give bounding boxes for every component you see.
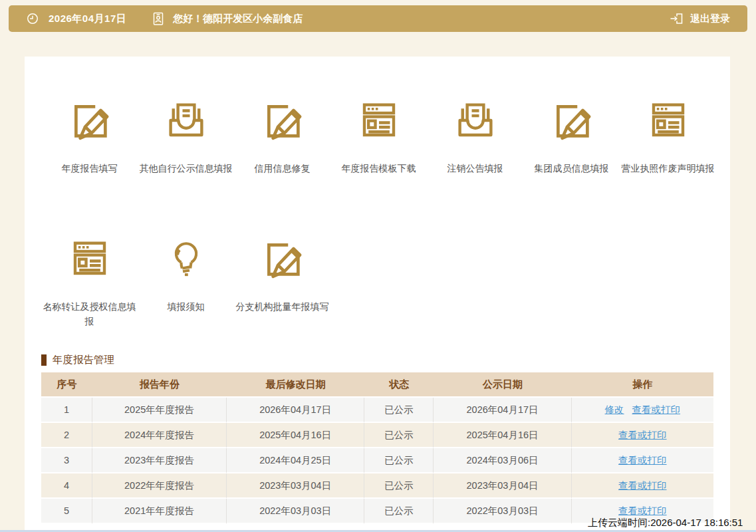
menu-item-template-download[interactable]: 年度报告模板下载	[330, 98, 427, 176]
webpage-icon	[356, 98, 402, 142]
annual-report-table-wrap: 序号 报告年份 最后修改日期 状态 公示日期 操作 1 2025年年度报告 20…	[41, 372, 713, 524]
cell-actions: 查看或打印	[572, 423, 713, 448]
cell-actions: 查看或打印	[572, 473, 713, 499]
table-row: 4 2022年年度报告 2023年03月04日 已公示 2023年03月04日 …	[41, 473, 713, 499]
cell-status: 已公示	[364, 499, 434, 524]
menu-item-label: 名称转让及授权信息填报	[41, 299, 138, 329]
cell-actions: 查看或打印	[572, 448, 713, 473]
section-header: 年度报告管理	[41, 354, 730, 366]
menu-item-label: 分支机构批量年报填写	[234, 299, 330, 314]
menu-item-label: 注销公告填报	[427, 161, 523, 176]
header-year: 报告年份	[92, 372, 227, 398]
menu-item-filing-instructions[interactable]: 填报须知	[138, 237, 234, 329]
modify-link[interactable]: 修改	[605, 404, 624, 415]
cell-modified: 2022年03月03日	[227, 499, 364, 524]
table-row: 2 2024年年度报告 2025年04月16日 已公示 2025年04月16日 …	[41, 423, 713, 448]
menu-item-cancellation-notice[interactable]: 注销公告填报	[427, 98, 523, 176]
table-row: 3 2023年年度报告 2024年04月25日 已公示 2024年03月06日 …	[41, 448, 713, 473]
cell-published: 2024年03月06日	[434, 448, 571, 473]
menu-item-label: 营业执照作废声明填报	[620, 161, 716, 176]
header-status: 状态	[364, 372, 434, 398]
exit-icon	[668, 11, 684, 27]
id-badge-icon	[150, 11, 166, 27]
table-header-row: 序号 报告年份 最后修改日期 状态 公示日期 操作	[41, 372, 713, 398]
cell-status: 已公示	[364, 448, 434, 473]
cell-status: 已公示	[364, 398, 434, 423]
cell-modified: 2024年04月25日	[227, 448, 364, 473]
cell-status: 已公示	[364, 473, 434, 499]
view-print-link[interactable]: 查看或打印	[618, 480, 667, 491]
webpage-icon	[646, 98, 691, 142]
cell-no: 1	[41, 398, 92, 423]
header-actions: 操作	[572, 372, 713, 398]
menu-item-other-public-info[interactable]: 其他自行公示信息填报	[138, 98, 234, 176]
menu-item-label: 其他自行公示信息填报	[138, 161, 234, 176]
menu-row-2: 名称转让及授权信息填报 填报须知 分支机构批量年报填写	[25, 237, 730, 329]
menu-item-annual-report-fill[interactable]: 年度报告填写	[41, 98, 138, 176]
inbox-icon	[453, 98, 498, 142]
webpage-icon	[67, 237, 112, 281]
menu-row-1: 年度报告填写 其他自行公示信息填报 信用信息修复 年度报告模板下载 注销公告填报…	[25, 98, 730, 176]
menu-item-license-void-declaration[interactable]: 营业执照作废声明填报	[620, 98, 716, 176]
menu-item-credit-repair[interactable]: 信用信息修复	[234, 98, 330, 176]
cell-year: 2025年年度报告	[92, 398, 227, 423]
menu-item-label: 信用信息修复	[234, 161, 330, 176]
cell-published: 2022年03月03日	[434, 499, 571, 524]
section-marker	[41, 354, 47, 366]
upload-timestamp-watermark: 上传云端时间:2026-04-17 18:16:51	[588, 517, 743, 529]
cell-published: 2023年03月04日	[434, 473, 571, 499]
topbar: 2026年04月17日 您好！德阳开发区小余副食店 退出登录	[9, 5, 747, 32]
menu-item-label: 年度报告模板下载	[330, 161, 427, 176]
annual-report-table: 序号 报告年份 最后修改日期 状态 公示日期 操作 1 2025年年度报告 20…	[41, 372, 713, 524]
menu-item-label: 年度报告填写	[41, 161, 138, 176]
table-row: 1 2025年年度报告 2026年04月17日 已公示 2026年04月17日 …	[41, 398, 713, 423]
menu-item-branch-batch-report[interactable]: 分支机构批量年报填写	[234, 237, 330, 329]
section-title: 年度报告管理	[53, 353, 114, 367]
cell-no: 3	[41, 448, 92, 473]
cell-modified: 2025年04月16日	[227, 423, 364, 448]
current-date: 2026年04月17日	[49, 13, 126, 25]
cell-published: 2026年04月17日	[434, 398, 571, 423]
view-print-link[interactable]: 查看或打印	[618, 505, 667, 516]
header-published: 公示日期	[434, 372, 571, 398]
menu-item-label: 填报须知	[138, 299, 234, 314]
clock-icon	[25, 11, 41, 27]
cell-modified: 2023年03月04日	[227, 473, 364, 499]
logout-button[interactable]: 退出登录	[668, 11, 730, 27]
menu-item-name-transfer-auth[interactable]: 名称转让及授权信息填报	[41, 237, 138, 329]
edit-icon	[549, 98, 594, 142]
cell-published: 2025年04月16日	[434, 423, 571, 448]
cell-no: 5	[41, 499, 92, 524]
cell-no: 4	[41, 473, 92, 499]
inbox-icon	[164, 98, 209, 142]
header-no: 序号	[41, 372, 92, 398]
cell-year: 2023年年度报告	[92, 448, 227, 473]
edit-icon	[67, 98, 112, 142]
main-panel: 年度报告填写 其他自行公示信息填报 信用信息修复 年度报告模板下载 注销公告填报…	[25, 57, 730, 530]
header-modified: 最后修改日期	[227, 372, 364, 398]
logout-label: 退出登录	[690, 13, 730, 25]
lightbulb-icon	[164, 237, 209, 281]
cell-modified: 2026年04月17日	[227, 398, 364, 423]
cell-year: 2024年年度报告	[92, 423, 227, 448]
edit-icon	[260, 98, 305, 142]
edit-icon	[260, 237, 305, 281]
view-print-link[interactable]: 查看或打印	[632, 404, 681, 415]
cell-year: 2021年年度报告	[92, 499, 227, 524]
view-print-link[interactable]: 查看或打印	[618, 455, 667, 466]
cell-no: 2	[41, 423, 92, 448]
view-print-link[interactable]: 查看或打印	[618, 430, 667, 440]
cell-year: 2022年年度报告	[92, 473, 227, 499]
cell-status: 已公示	[364, 423, 434, 448]
user-greeting: 您好！德阳开发区小余副食店	[173, 13, 303, 25]
cell-actions: 修改查看或打印	[572, 398, 713, 423]
menu-item-label: 集团成员信息填报	[523, 161, 620, 176]
menu-item-group-member-info[interactable]: 集团成员信息填报	[523, 98, 620, 176]
